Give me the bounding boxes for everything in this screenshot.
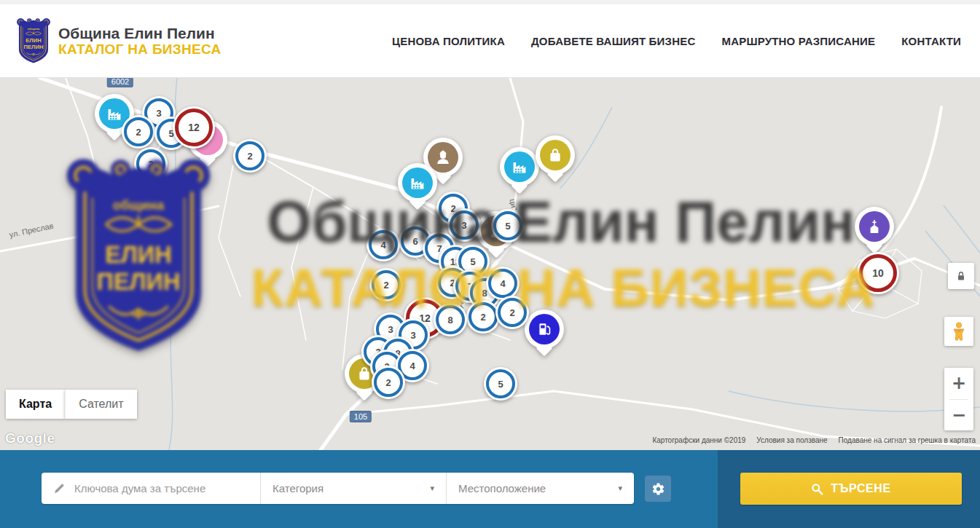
crest-text-line2: ПЕЛИН [24,44,44,50]
zoom-control: + − [944,368,973,430]
cluster-marker[interactable]: 2 [495,296,529,329]
logo-text: Община Елин Пелин КАТАЛОГ НА БИЗНЕСА [58,25,222,58]
header: община ЕЛИН ПЕЛИН Община Елин Пелин КАТА… [0,0,980,78]
nav-item-1[interactable]: ЦЕНОВА ПОЛИТИКА [392,35,505,47]
category-pin[interactable] [398,163,437,202]
search-bar: ТЪРСЕНЕ Категория ▾ Местоположение ▾ [0,450,980,528]
category-pin[interactable] [525,310,564,349]
chevron-down-icon: ▾ [618,484,622,493]
street-view-pegman[interactable] [944,317,973,346]
keyword-input[interactable] [73,481,260,495]
nav-item-4[interactable]: КОНТАКТИ [901,35,961,47]
settings-button[interactable] [645,476,671,502]
cluster-marker[interactable]: 4 [366,228,400,261]
municipality-crest-icon: община ЕЛИН ПЕЛИН [16,17,51,64]
cluster-marker[interactable]: 5 [491,209,525,243]
map-type-control: Карта Сателит [6,390,137,419]
location-select[interactable]: Местоположение ▾ [446,473,634,504]
map-type-map-button[interactable]: Карта [6,390,65,419]
attribution-link-1[interactable]: Картографски данни ©2019 [652,436,745,444]
site-title: Община Елин Пелин [58,25,222,42]
search-button-label: ТЪРСЕНЕ [831,482,891,495]
nav-item-2[interactable]: ДОБАВЕТЕ ВАШИЯТ БИЗНЕС [531,35,695,47]
lock-icon [955,270,967,282]
cluster-marker[interactable]: 2 [134,147,168,181]
cluster-marker[interactable]: 4 [486,267,520,300]
road-number-label: 6002 [107,78,133,87]
site-subtitle: КАТАЛОГ НА БИЗНЕСА [58,42,222,57]
fuel-icon [529,314,560,344]
lock-button[interactable] [948,263,974,289]
cluster-count: 2 [469,302,498,331]
factory-icon [504,151,535,182]
cluster-marker[interactable]: 2 [122,115,155,149]
cluster-count: 8 [436,305,465,334]
cluster-marker[interactable]: 2 [466,300,500,334]
cluster-count: 3 [450,210,479,240]
crest-text-line1: ЕЛИН [26,37,41,44]
cluster-count: 12 [175,109,213,146]
attribution-link-2[interactable]: Условия за ползване [756,436,827,444]
cluster-marker[interactable]: 8 [434,303,467,336]
category-select[interactable]: Категория ▾ [260,473,446,504]
cluster-count: 5 [493,211,522,240]
cluster-count: 2 [235,141,264,170]
cluster-count: 2 [374,368,403,397]
cluster-count: 2 [372,270,401,299]
map-type-satellite-button[interactable]: Сателит [65,390,136,419]
site-logo[interactable]: община ЕЛИН ПЕЛИН Община Елин Пелин КАТА… [16,17,222,64]
cluster-count: 4 [369,230,398,259]
search-group: Категория ▾ Местоположение ▾ [42,473,634,504]
page: община ЕЛИН ПЕЛИН Община Елин Пелин КАТА… [0,0,980,528]
category-pin[interactable] [855,207,894,246]
attribution-link-3[interactable]: Подаване на сигнал за грешка в картата [839,436,976,444]
cluster-marker[interactable]: 2 [369,268,403,302]
keyword-section [42,473,260,504]
search-button[interactable]: ТЪРСЕНЕ [740,473,962,505]
crest-text-top: община [28,27,40,31]
cluster-count: 10 [859,254,897,292]
map-canvas[interactable]: ул. Преславбул. „Новоселци“ци“ 6002105 3… [0,78,980,450]
cluster-count: 2 [124,117,153,146]
map-attribution: Картографски данни ©2019Условия за ползв… [652,436,976,444]
main-nav: ЦЕНОВА ПОЛИТИКАДОБАВЕТЕ ВАШИЯТ БИЗНЕСМАР… [392,35,961,47]
category-pin[interactable] [500,147,539,186]
cluster-count: 5 [486,369,515,398]
cluster-count: 4 [488,269,517,298]
cluster-marker[interactable]: 5 [484,367,517,401]
cluster-marker[interactable]: 2 [372,366,405,399]
search-icon [811,483,823,495]
category-pin[interactable] [536,135,575,175]
category-select-value: Категория [273,482,324,494]
church-icon [859,211,890,242]
google-logo[interactable]: Google [5,430,55,446]
zoom-out-button[interactable]: − [944,400,973,431]
cluster-count: 2 [136,149,165,178]
nav-item-3[interactable]: МАРШРУТНО РАЗПИСАНИЕ [721,35,875,47]
worker-icon [428,142,458,173]
road-number-label: 105 [350,411,372,422]
pegman-icon [951,322,967,341]
zoom-in-button[interactable]: + [944,368,973,399]
cluster-count: 2 [498,298,527,327]
shopping-bag-icon [540,140,571,170]
chevron-down-icon: ▾ [430,484,434,493]
cluster-marker[interactable]: 3 [447,208,481,242]
location-select-value: Местоположение [458,482,546,494]
cluster-marker[interactable]: 2 [233,139,267,173]
factory-icon [402,168,433,198]
cluster-marker[interactable]: 12 [173,106,215,149]
gear-icon [651,482,665,496]
cluster-marker[interactable]: 10 [857,252,899,294]
results-panel: ТЪРСЕНЕ [718,450,980,528]
pencil-icon [53,482,66,494]
